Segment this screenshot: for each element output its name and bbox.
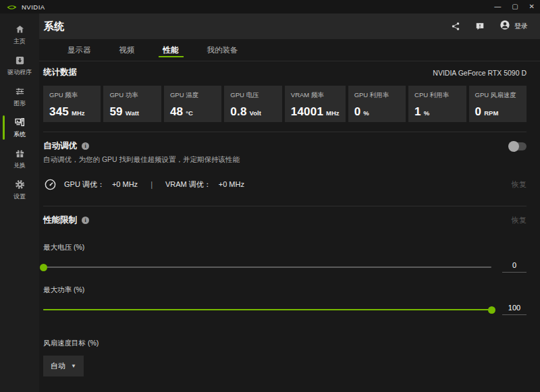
stat-tile-cpu-util: CPU 利用率 1% [408, 86, 466, 122]
max-power-label: 最大功率 (%) [43, 285, 526, 295]
close-button[interactable]: ✕ [529, 3, 535, 10]
max-voltage-slider[interactable] [43, 263, 491, 271]
vram-tune-label: VRAM 调优： [165, 179, 211, 190]
stat-tile-gpu-fan: GPU 风扇速度 0RPM [469, 86, 526, 122]
driver-icon [15, 55, 25, 66]
fan-speed-target-label: 风扇速度目标 (%) [43, 339, 526, 348]
tab-bar: 显示器 视频 性能 我的装备 [39, 39, 540, 61]
max-power-slider[interactable] [43, 306, 491, 314]
toggle-knob [508, 141, 519, 152]
stats-section-title: 统计数据 [43, 67, 77, 78]
stat-tile-gpu-temp: GPU 温度 48°C [164, 86, 221, 122]
section-divider [43, 132, 526, 132]
autotune-description: 自动调优，为您的 GPU 找到最佳超频设置，并定期保持该性能 [43, 155, 526, 165]
vram-tune-value: +0 MHz [219, 180, 244, 188]
feedback-icon[interactable] [475, 22, 485, 31]
stat-tile-gpu-voltage: GPU 电压 0.8Volt [224, 86, 281, 122]
slider-thumb[interactable] [40, 264, 47, 271]
maximize-button[interactable]: ▢ [512, 3, 518, 10]
fan-speed-selected: 自动 [51, 361, 65, 371]
tune-separator: ｜ [148, 179, 155, 190]
redeem-gift-icon [15, 148, 25, 159]
stat-tile-vram-clock: VRAM 频率 14001MHz [285, 86, 346, 122]
autotune-section-title: 自动调优 [43, 140, 77, 152]
sidebar-item-drivers[interactable]: 驱动程序 [0, 50, 39, 81]
page-header: 系统 登录 [39, 13, 540, 39]
sidebar-item-home[interactable]: 主页 [0, 19, 39, 50]
slider-track [43, 267, 491, 268]
sidebar-item-redeem[interactable]: 兑换 [0, 143, 39, 174]
titlebar: NVIDIA — ▢ ✕ [0, 0, 540, 13]
perf-limits-restore-button[interactable]: 恢复 [512, 215, 526, 225]
sidebar-item-label: 兑换 [14, 161, 26, 170]
app-title: NVIDIA [22, 3, 45, 11]
home-icon [15, 24, 25, 35]
section-divider [43, 206, 526, 206]
chevron-down-icon: ▼ [71, 363, 76, 369]
sidebar-item-label: 系统 [14, 130, 26, 139]
gauge-icon [43, 177, 57, 191]
sidebar-item-label: 驱动程序 [7, 68, 32, 77]
sidebar-item-system[interactable]: 系统 [0, 112, 39, 143]
sidebar: 主页 驱动程序 图形 系统 [0, 13, 39, 392]
sidebar-item-label: 主页 [14, 37, 26, 46]
stats-tiles: GPU 频率 345MHz GPU 功率 59Watt GPU 温度 48°C … [43, 86, 526, 122]
performance-panel: 统计数据 NVIDIA GeForce RTX 5090 D GPU 频率 34… [39, 61, 540, 392]
info-icon[interactable] [82, 217, 89, 224]
tab-performance[interactable]: 性能 [152, 39, 190, 61]
max-voltage-label: 最大电压 (%) [43, 243, 526, 252]
settings-gear-icon [15, 179, 25, 190]
stat-tile-gpu-clock: GPU 频率 345MHz [43, 86, 101, 122]
info-icon[interactable] [82, 142, 89, 150]
gpu-name: NVIDIA GeForce RTX 5090 D [433, 69, 526, 77]
stat-tile-gpu-power: GPU 功率 59Watt [103, 86, 161, 122]
nvidia-app-window: NVIDIA — ▢ ✕ 主页 驱动程序 [0, 0, 540, 392]
system-pc-icon [14, 117, 25, 128]
sidebar-item-label: 图形 [14, 99, 26, 108]
sidebar-item-graphics[interactable]: 图形 [0, 81, 39, 112]
tab-video[interactable]: 视频 [108, 39, 146, 61]
nvidia-logo-icon [7, 3, 17, 10]
slider-fill [43, 309, 491, 310]
max-voltage-value[interactable]: 0 [502, 261, 526, 273]
sidebar-item-settings[interactable]: 设置 [0, 174, 39, 205]
sidebar-item-label: 设置 [14, 192, 26, 201]
tab-display[interactable]: 显示器 [56, 39, 103, 61]
tab-my-rig[interactable]: 我的装备 [196, 39, 250, 61]
share-icon[interactable] [451, 22, 460, 31]
slider-thumb[interactable] [488, 306, 495, 314]
autotune-toggle[interactable] [509, 142, 526, 150]
login-label: 登录 [514, 22, 528, 31]
avatar-icon [500, 20, 510, 33]
minimize-button[interactable]: — [494, 3, 501, 10]
stat-tile-gpu-util: GPU 利用率 0% [348, 86, 406, 122]
page-title: 系统 [44, 20, 64, 33]
autotune-restore-button[interactable]: 恢复 [512, 179, 526, 190]
perf-limits-section-title: 性能限制 [43, 215, 77, 226]
graphics-sliders-icon [15, 86, 25, 97]
gpu-tune-value: +0 MHz [112, 180, 138, 188]
fan-speed-dropdown[interactable]: 自动 ▼ [43, 356, 84, 376]
gpu-tune-label: GPU 调优： [64, 179, 105, 190]
login-button[interactable]: 登录 [500, 20, 528, 33]
tune-summary-row: GPU 调优： +0 MHz ｜ VRAM 调优： +0 MHz 恢复 [43, 177, 526, 191]
max-power-value[interactable]: 100 [502, 304, 526, 315]
